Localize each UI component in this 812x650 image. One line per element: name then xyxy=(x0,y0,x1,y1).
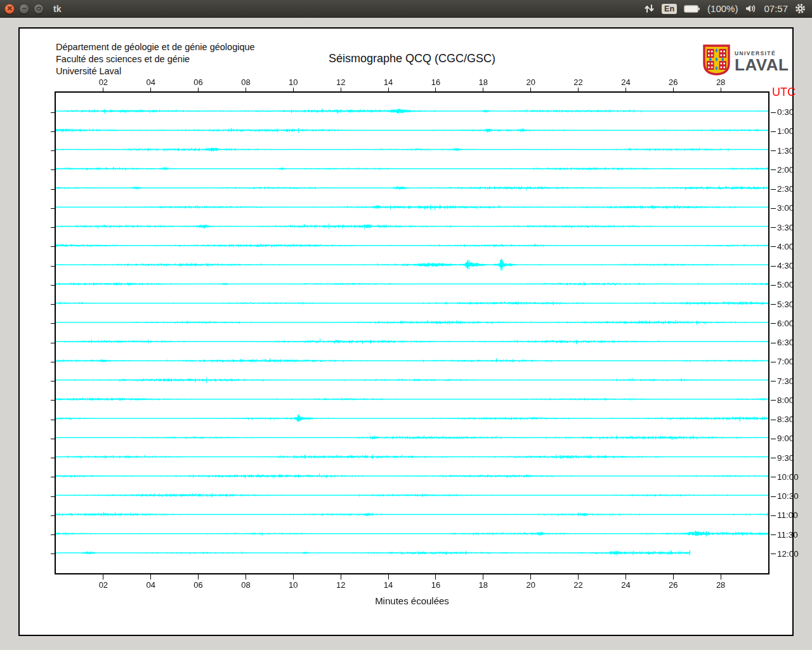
x-tick-label-top: 16 xyxy=(425,77,447,87)
row-tick-right xyxy=(771,112,776,113)
seismograph-window: Département de géologie et de génie géol… xyxy=(18,27,794,636)
x-tick-label-bottom: 20 xyxy=(520,580,542,590)
utc-label: 12:00 xyxy=(777,549,799,559)
row-tick-right xyxy=(771,323,776,324)
x-tick-bottom xyxy=(673,574,674,580)
helicorder-traces-canvas xyxy=(56,93,768,573)
x-tick-label-top: 08 xyxy=(235,77,256,87)
x-tick-label-bottom: 08 xyxy=(235,580,256,590)
utc-label: 2:30 xyxy=(777,184,794,194)
row-tick-right xyxy=(771,496,776,497)
keyboard-layout-indicator[interactable]: En xyxy=(662,4,677,14)
x-tick-label-bottom: 04 xyxy=(140,580,162,590)
x-tick-bottom xyxy=(483,574,483,580)
minimize-button[interactable]: – xyxy=(19,4,29,14)
utc-label: 8:00 xyxy=(777,395,794,405)
x-tick-label-top: 02 xyxy=(93,77,114,87)
utc-label: 5:30 xyxy=(777,300,794,309)
x-tick-bottom xyxy=(721,574,721,580)
x-tick-label-top: 20 xyxy=(520,77,542,87)
row-tick-right xyxy=(771,285,776,286)
desktop: ✕ – tk En (100%) xyxy=(0,0,812,650)
utc-label: 9:30 xyxy=(777,453,794,463)
titlebar[interactable]: ✕ – tk En (100%) xyxy=(0,0,812,18)
row-tick-right xyxy=(771,150,776,151)
utc-label: 11:30 xyxy=(777,530,798,540)
x-tick-bottom xyxy=(435,574,436,580)
utc-label: 10:30 xyxy=(777,491,799,501)
utc-label: 1:00 xyxy=(777,126,794,136)
x-tick-label-top: 12 xyxy=(330,77,351,87)
x-tick-label-bottom: 16 xyxy=(425,580,447,590)
row-tick-right xyxy=(771,477,776,477)
battery-icon[interactable] xyxy=(684,4,700,13)
utc-label: 7:30 xyxy=(777,376,794,386)
row-tick-right xyxy=(771,304,776,305)
row-tick-right xyxy=(771,458,776,458)
utc-label: 4:30 xyxy=(777,261,794,270)
chart-title: Séismographe QCQ (CGC/GSC) xyxy=(56,52,768,65)
x-tick-label-top: 18 xyxy=(473,77,494,87)
utc-label: 7:00 xyxy=(777,357,794,366)
x-tick-bottom xyxy=(341,574,341,580)
utc-label: 6:30 xyxy=(777,338,794,347)
window-title: tk xyxy=(53,4,61,14)
row-tick-right xyxy=(771,189,776,190)
x-tick-label-bottom: 28 xyxy=(710,580,731,590)
utc-label: 5:00 xyxy=(777,280,794,289)
x-axis-title: Minutes écoulées xyxy=(56,595,768,606)
laval-wordmark-bottom: LAVAL xyxy=(735,56,789,73)
maximize-button[interactable] xyxy=(34,4,44,14)
network-arrows-icon[interactable] xyxy=(644,3,655,14)
utc-label: 1:30 xyxy=(777,146,794,156)
row-tick-right xyxy=(771,169,776,170)
institution-line-3: Université Laval xyxy=(56,65,255,77)
x-tick-label-bottom: 10 xyxy=(282,580,304,590)
universite-laval-logo: UNIVERSITÉ LAVAL xyxy=(702,44,789,78)
row-tick-right xyxy=(771,362,776,362)
utc-label: 10:00 xyxy=(777,472,799,482)
x-tick-label-top: 10 xyxy=(282,77,304,87)
x-tick-label-bottom: 24 xyxy=(615,580,636,590)
utc-label: 11:00 xyxy=(777,510,798,520)
row-tick-right xyxy=(771,534,776,535)
row-tick-right xyxy=(771,381,776,381)
volume-icon[interactable] xyxy=(745,4,757,13)
row-tick-right xyxy=(771,343,776,343)
x-tick-label-top: 28 xyxy=(710,77,731,87)
x-tick-label-top: 06 xyxy=(188,77,209,87)
row-tick-right xyxy=(771,554,776,554)
row-tick-right xyxy=(771,515,776,516)
x-tick-label-bottom: 06 xyxy=(188,580,209,590)
utc-label: 2:00 xyxy=(777,165,794,175)
x-tick-label-bottom: 12 xyxy=(330,580,351,590)
clock[interactable]: 07:57 xyxy=(764,3,788,14)
system-tray: En (100%) 07:57 xyxy=(644,3,812,14)
x-tick-label-top: 24 xyxy=(615,77,636,87)
session-gear-icon[interactable] xyxy=(795,3,806,14)
row-tick-right xyxy=(771,246,776,247)
x-tick-label-bottom: 18 xyxy=(473,580,494,590)
row-tick-right xyxy=(771,400,776,401)
utc-label: 4:00 xyxy=(777,242,794,251)
x-tick-label-top: 04 xyxy=(140,77,162,87)
x-tick-bottom xyxy=(103,574,103,580)
row-tick-right xyxy=(771,131,776,132)
utc-label: 3:00 xyxy=(777,203,794,213)
utc-label: 3:30 xyxy=(777,223,794,232)
utc-axis-header: UTC xyxy=(772,86,796,99)
x-tick-label-bottom: 02 xyxy=(93,580,114,590)
x-tick-bottom xyxy=(198,574,199,580)
x-tick-label-bottom: 22 xyxy=(568,580,589,590)
x-tick-bottom xyxy=(150,574,151,580)
x-tick-label-bottom: 26 xyxy=(662,580,684,590)
close-button[interactable]: ✕ xyxy=(4,4,15,14)
x-tick-bottom xyxy=(625,574,626,580)
utc-label: 9:00 xyxy=(777,434,794,443)
battery-percent-label: (100%) xyxy=(707,3,738,14)
x-tick-bottom xyxy=(293,574,294,580)
window-controls: ✕ – xyxy=(0,4,44,14)
x-tick-label-top: 26 xyxy=(662,77,684,87)
x-tick-bottom xyxy=(388,574,389,580)
row-tick-right xyxy=(771,227,776,228)
